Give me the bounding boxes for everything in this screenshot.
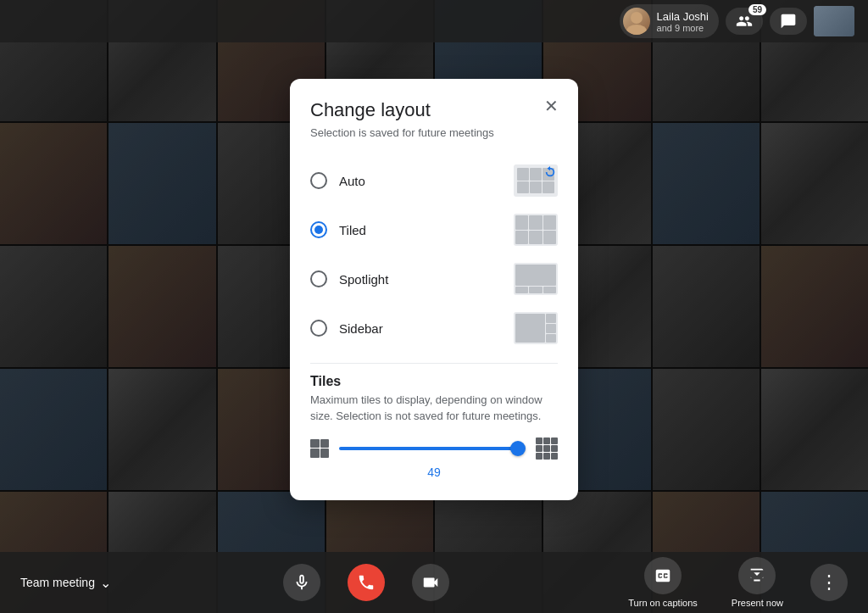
bottom-right-controls: Turn on captions Present now ⋮ <box>621 554 848 611</box>
svg-point-0 <box>631 12 643 24</box>
auto-preview <box>514 164 558 197</box>
layout-option-spotlight-left: Spotlight <box>310 270 388 287</box>
layout-option-auto[interactable]: Auto <box>310 156 558 205</box>
radio-spotlight <box>310 270 327 287</box>
tiles-small-icon <box>310 439 329 458</box>
layout-option-sidebar-left: Sidebar <box>310 320 383 337</box>
sidebar-preview <box>514 312 558 344</box>
participants-count: 59 <box>748 4 766 15</box>
refresh-icon <box>544 166 556 178</box>
preview-cell <box>517 181 529 194</box>
tiles-slider[interactable] <box>339 447 526 450</box>
svg-point-1 <box>626 25 647 35</box>
chevron-down-icon[interactable]: ⌄ <box>100 575 111 591</box>
preview-cell <box>517 168 529 181</box>
layout-sidebar-label: Sidebar <box>339 321 383 336</box>
user-subtitle: and 9 more <box>657 23 709 33</box>
participants-button[interactable]: 59 <box>726 8 763 35</box>
modal-subtitle: Selection is saved for future meetings <box>310 126 558 139</box>
tiles-value: 49 <box>427 465 441 479</box>
more-options-button[interactable]: ⋮ <box>810 564 848 601</box>
tiles-large-icon <box>536 437 558 460</box>
spotlight-preview <box>514 263 558 295</box>
tiles-slider-row <box>310 437 558 460</box>
preview-cell <box>542 181 554 194</box>
layout-tiled-label: Tiled <box>339 223 366 237</box>
radio-tiled-inner <box>314 226 323 234</box>
preview-cell <box>529 215 542 230</box>
mic-button[interactable] <box>276 560 327 605</box>
tiles-desc: Maximum tiles to display, depending on w… <box>310 393 558 423</box>
tiles-title: Tiles <box>310 374 558 389</box>
tiled-preview <box>514 214 558 246</box>
captions-icon-circle <box>644 557 682 594</box>
preview-cell <box>515 215 528 230</box>
spotlight-main <box>515 265 556 286</box>
modal-close-button[interactable]: ✕ <box>537 92 565 120</box>
layout-option-spotlight[interactable]: Spotlight <box>310 254 558 304</box>
present-button[interactable]: Present now <box>725 554 790 611</box>
user-info: Laila Joshi and 9 more <box>620 4 719 38</box>
sidebar-thumb <box>546 314 556 323</box>
preview-cell <box>543 231 556 245</box>
avatar <box>623 8 650 35</box>
user-name: Laila Joshi <box>657 10 709 23</box>
captions-button[interactable]: Turn on captions <box>621 554 704 611</box>
spotlight-thumb <box>529 287 542 293</box>
spotlight-thumb <box>515 287 528 293</box>
present-label: Present now <box>732 598 783 608</box>
modal-title: Change layout <box>310 99 558 121</box>
meeting-name-area: Team meeting ⌄ <box>20 575 111 591</box>
meeting-name: Team meeting <box>20 576 95 589</box>
camera-button[interactable] <box>405 560 456 605</box>
camera-icon-circle <box>412 564 449 601</box>
radio-tiled <box>310 221 327 238</box>
more-icon: ⋮ <box>820 571 838 593</box>
self-video-thumb <box>814 6 854 36</box>
preview-cell <box>530 168 542 181</box>
layout-auto-label: Auto <box>339 174 365 188</box>
sidebar-thumb <box>546 324 556 333</box>
present-icon-circle <box>738 557 776 594</box>
spotlight-strip <box>515 287 556 293</box>
preview-cell <box>543 215 556 230</box>
chat-button[interactable] <box>770 8 807 35</box>
preview-cell <box>529 231 542 245</box>
layout-option-tiled-left: Tiled <box>310 221 366 238</box>
layout-option-auto-left: Auto <box>310 172 365 189</box>
end-call-icon-circle <box>348 564 385 601</box>
layout-spotlight-label: Spotlight <box>339 272 388 287</box>
modal-divider <box>310 363 558 364</box>
radio-sidebar <box>310 320 327 337</box>
spotlight-thumb <box>543 287 556 293</box>
layout-option-tiled[interactable]: Tiled <box>310 205 558 254</box>
captions-label: Turn on captions <box>628 598 698 608</box>
radio-auto <box>310 172 327 189</box>
top-bar: Laila Joshi and 9 more 59 <box>0 0 868 42</box>
layout-option-sidebar[interactable]: Sidebar <box>310 304 558 353</box>
close-icon: ✕ <box>544 96 559 116</box>
call-controls <box>276 560 456 605</box>
sidebar-col <box>546 314 556 343</box>
sidebar-thumb <box>546 334 556 343</box>
bottom-bar: Team meeting ⌄ <box>0 552 868 613</box>
mic-icon-circle <box>283 564 320 601</box>
end-call-button[interactable] <box>341 560 392 605</box>
sidebar-main <box>515 314 545 343</box>
preview-cell <box>530 181 542 194</box>
change-layout-modal: ✕ Change layout Selection is saved for f… <box>290 79 578 499</box>
preview-cell <box>515 231 528 245</box>
